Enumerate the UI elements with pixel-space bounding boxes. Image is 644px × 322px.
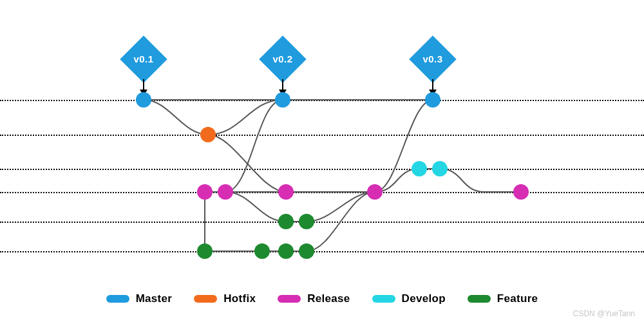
lane-develop — [0, 169, 644, 170]
swatch-icon — [106, 295, 129, 303]
gitflow-diagram: v0.1 v0.2 v0.3 Master Hotfix Release Dev… — [0, 0, 644, 322]
lane-feature1 — [0, 222, 644, 223]
branch-connections — [0, 0, 644, 322]
lane-release — [0, 192, 644, 193]
lane-hotfix — [0, 135, 644, 136]
swatch-icon — [372, 295, 395, 303]
commit-feature — [299, 214, 314, 229]
lane-master — [0, 100, 644, 101]
commit-feature — [278, 214, 294, 229]
commit-release — [367, 184, 383, 200]
lane-feature2 — [0, 251, 644, 252]
legend: Master Hotfix Release Develop Feature — [0, 292, 644, 305]
commit-release — [218, 184, 233, 200]
tag-label: v0.3 — [416, 43, 450, 76]
commit-master — [275, 92, 290, 108]
tag-v0-2: v0.2 — [259, 35, 307, 83]
commit-release — [513, 184, 529, 200]
tag-label: v0.2 — [266, 43, 299, 76]
legend-item-develop: Develop — [372, 292, 446, 305]
legend-label: Develop — [402, 292, 446, 305]
tag-label: v0.1 — [127, 43, 160, 76]
swatch-icon — [468, 295, 491, 303]
tag-v0-1: v0.1 — [120, 35, 167, 83]
legend-label: Master — [136, 292, 173, 305]
commit-release — [278, 184, 294, 200]
tag-v0-3: v0.3 — [409, 35, 457, 83]
commit-release — [197, 184, 213, 200]
legend-item-release: Release — [278, 292, 350, 305]
commit-feature — [197, 243, 213, 259]
swatch-icon — [278, 295, 301, 303]
commit-master — [425, 92, 440, 108]
legend-item-feature: Feature — [468, 292, 538, 305]
commit-hotfix — [200, 127, 216, 142]
commit-feature — [299, 243, 314, 259]
legend-item-hotfix: Hotfix — [194, 292, 256, 305]
watermark: CSDN @YueTann — [573, 309, 635, 318]
commit-feature — [254, 243, 270, 259]
commit-develop — [432, 161, 448, 176]
commit-feature — [278, 243, 294, 259]
legend-label: Hotfix — [223, 292, 256, 305]
commit-develop — [412, 161, 427, 176]
swatch-icon — [194, 295, 217, 303]
legend-label: Feature — [497, 292, 538, 305]
legend-label: Release — [307, 292, 350, 305]
legend-item-master: Master — [106, 292, 173, 305]
commit-master — [136, 92, 151, 108]
